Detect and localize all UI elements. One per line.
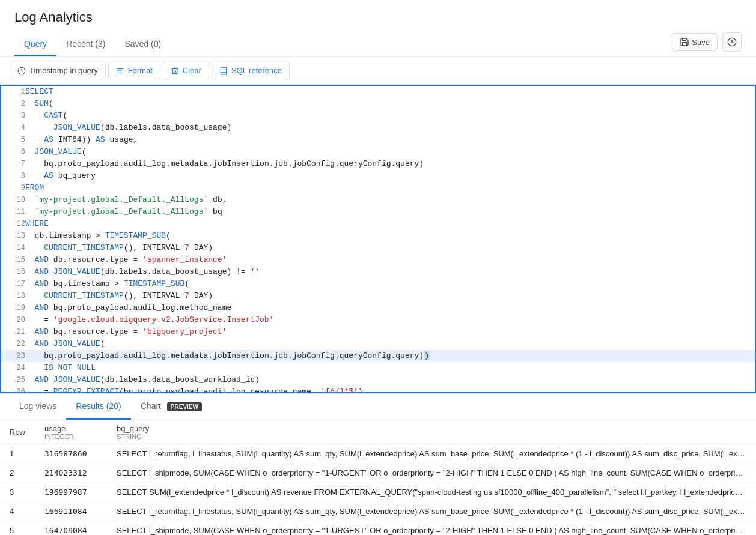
timestamp-button[interactable]: Timestamp in query (10, 62, 106, 79)
save-icon (680, 37, 689, 47)
table-row: 14 CURRENT_TIMESTAMP(), INTERVAL 7 DAY) (1, 242, 755, 254)
tab-results[interactable]: Results (20) (66, 394, 130, 420)
results-table-container: Row usage INTEGER bq_query STRING 1 3165… (0, 420, 756, 535)
table-row: 3 CAST( (1, 110, 755, 122)
table-row: 24 IS NOT NULL (1, 362, 755, 374)
table-row: 12 WHERE (1, 218, 755, 230)
cell-query: SELECT SUM(l_extendedprice * l_discount)… (107, 483, 756, 502)
table-row: 15 AND db.resource.type = 'spanner_insta… (1, 254, 755, 266)
table-row: 19 AND bq.proto_payload.audit_log.method… (1, 302, 755, 314)
cell-usage: 166911084 (35, 502, 107, 521)
clock-small-icon (17, 67, 26, 75)
table-row: 25 AND JSON_VALUE(db.labels.data_boost_w… (1, 374, 755, 386)
tab-recent[interactable]: Recent (3) (56, 33, 115, 56)
page-header: Log Analytics Query Recent (3) Saved (0)… (0, 0, 756, 57)
cell-row-num: 1 (0, 444, 35, 464)
table-row: 4 166911084 SELECT l_returnflag, l_lines… (0, 502, 756, 521)
tab-saved[interactable]: Saved (0) (115, 33, 171, 56)
schedule-button[interactable] (722, 32, 742, 52)
save-button[interactable]: Save (672, 33, 718, 51)
col-header-row: Row (0, 420, 35, 444)
query-editor[interactable]: 1 SELECT 2 SUM( 3 CAST( 4 JSON_VALUE( (0, 85, 756, 393)
cell-query: SELECT l_shipmode, SUM(CASE WHEN o_order… (107, 521, 756, 536)
results-section: Log views Results (20) Chart PREVIEW Row… (0, 393, 756, 535)
preview-badge: PREVIEW (167, 402, 202, 411)
table-row: 9 FROM (1, 182, 755, 194)
trash-icon (171, 67, 179, 75)
format-button[interactable]: Format (108, 62, 160, 79)
app-title: Log Analytics (14, 10, 742, 25)
table-row: 18 CURRENT_TIMESTAMP(), INTERVAL 7 DAY) (1, 290, 755, 302)
code-table: 1 SELECT 2 SUM( 3 CAST( 4 JSON_VALUE( (1, 86, 755, 392)
table-row: 21 AND bq.resource.type = 'bigquery_proj… (1, 326, 755, 338)
col-header-usage: usage INTEGER (35, 420, 107, 444)
cell-usage: 316587860 (35, 444, 107, 464)
cell-usage: 196997987 (35, 483, 107, 502)
table-row: 6 JSON_VALUE( (1, 146, 755, 158)
table-row: 10 `my-project.global._Default._AllLogs`… (1, 194, 755, 206)
tabs-left: Query Recent (3) Saved (0) (14, 33, 171, 56)
table-row: 17 AND bq.timestamp > TIMESTAMP_SUB( (1, 278, 755, 290)
code-editor-content[interactable]: 1 SELECT 2 SUM( 3 CAST( 4 JSON_VALUE( (1, 86, 755, 392)
cell-row-num: 5 (0, 521, 35, 536)
cell-usage: 164709084 (35, 521, 107, 536)
table-row: 1 316587860 SELECT l_returnflag, l_lines… (0, 444, 756, 464)
clear-button[interactable]: Clear (163, 62, 209, 79)
cell-row-num: 3 (0, 483, 35, 502)
table-row: 26 = REGEXP_EXTRACT(bq.proto_payload.aud… (1, 386, 755, 392)
table-row: 16 AND JSON_VALUE(db.labels.data_boost_u… (1, 266, 755, 278)
results-tabs: Log views Results (20) Chart PREVIEW (0, 394, 756, 420)
table-row: 3 196997987 SELECT SUM(l_extendedprice *… (0, 483, 756, 502)
results-table: Row usage INTEGER bq_query STRING 1 3165… (0, 420, 756, 535)
table-row: 20 = 'google.cloud.bigquery.v2.JobServic… (1, 314, 755, 326)
table-row: 5 164709084 SELECT l_shipmode, SUM(CASE … (0, 521, 756, 536)
clock-icon (727, 37, 737, 47)
tab-chart[interactable]: Chart PREVIEW (131, 394, 212, 420)
header-row: Row usage INTEGER bq_query STRING (0, 420, 756, 444)
table-row: 2 SUM( (1, 98, 755, 110)
tab-log-views[interactable]: Log views (10, 394, 66, 420)
cell-query: SELECT l_returnflag, l_linestatus, SUM(l… (107, 502, 756, 521)
table-row: 23 bq.proto_payload.audit_log.metadata.j… (1, 350, 755, 362)
editor-toolbar: Timestamp in query Format Clear SQL refe… (0, 57, 756, 85)
cell-row-num: 2 (0, 464, 35, 483)
format-icon (116, 67, 124, 75)
table-row: 2 214023312 SELECT l_shipmode, SUM(CASE … (0, 464, 756, 483)
table-row: 4 JSON_VALUE(db.labels.data_boost_usage) (1, 122, 755, 134)
tab-query[interactable]: Query (14, 33, 56, 56)
table-header: Row usage INTEGER bq_query STRING (0, 420, 756, 444)
table-row: 22 AND JSON_VALUE( (1, 338, 755, 350)
book-icon (219, 67, 228, 75)
cell-query: SELECT l_returnflag, l_linestatus, SUM(l… (107, 444, 756, 464)
main-tabs: Query Recent (3) Saved (0) Save (14, 32, 742, 56)
sql-reference-button[interactable]: SQL reference (212, 62, 290, 79)
col-header-query: bq_query STRING (107, 420, 756, 444)
tabs-right: Save (672, 32, 742, 56)
table-row: 1 SELECT (1, 86, 755, 98)
results-tbody: 1 316587860 SELECT l_returnflag, l_lines… (0, 444, 756, 536)
table-row: 13 db.timestamp > TIMESTAMP_SUB( (1, 230, 755, 242)
table-row: 5 AS INT64)) AS usage, (1, 134, 755, 146)
table-row: 11 `my-project.global._Default._AllLogs`… (1, 206, 755, 218)
table-row: 7 bq.proto_payload.audit_log.metadata.jo… (1, 158, 755, 170)
cell-row-num: 4 (0, 502, 35, 521)
cell-usage: 214023312 (35, 464, 107, 483)
table-row: 8 AS bq_query (1, 170, 755, 182)
cell-query: SELECT l_shipmode, SUM(CASE WHEN o_order… (107, 464, 756, 483)
